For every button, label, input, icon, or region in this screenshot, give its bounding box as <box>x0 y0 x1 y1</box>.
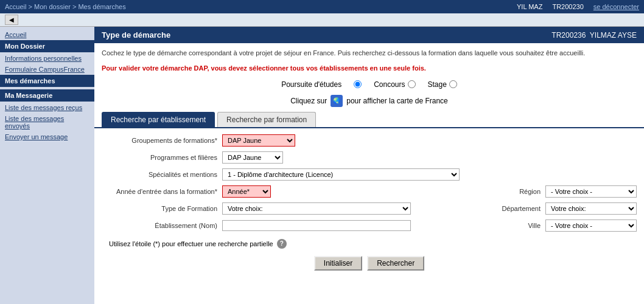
sidebar-item-messages-recus[interactable]: Liste des messages reçus <box>0 102 94 113</box>
help-icon[interactable]: ? <box>277 239 287 249</box>
tab-etablissement[interactable]: Recherche par établissement <box>102 112 215 127</box>
radio-concours-label: Concours <box>374 80 415 89</box>
tabs-bar: Recherche par établissement Recherche pa… <box>94 112 644 128</box>
user-name: YIL MAZ <box>517 3 542 10</box>
footer-buttons: Initialiser Rechercher <box>102 251 637 273</box>
logout-link[interactable]: se déconnecter <box>593 3 639 10</box>
search-button[interactable]: Rechercher <box>367 256 424 271</box>
form-row-specialites: Spécialités et mentions 1 - Diplôme d'ar… <box>102 168 637 181</box>
form-row-etablissement-ville: Établissement (Nom) Ville - Votre choix … <box>102 219 637 232</box>
sidebar: Accueil Mon Dossier Informations personn… <box>0 27 94 304</box>
groupements-label: Groupements de formations* <box>102 137 217 144</box>
form-row-programmes: Programmes et filières DAP Jaune <box>102 151 637 164</box>
radio-stage-label: Stage <box>428 80 457 89</box>
ref-number: TR200230 <box>552 3 583 10</box>
map-label-before: Cliquez sur <box>290 97 327 105</box>
programmes-select[interactable]: DAP Jaune <box>222 151 283 164</box>
partial-search-text: Utilisez l'étoile (*) pour effectuer une… <box>109 240 273 247</box>
radio-poursuite-label: Poursuite d'études <box>281 80 341 89</box>
info-text: Cochez le type de démarche correspondant… <box>94 43 644 63</box>
annee-select[interactable]: Année* <box>222 185 271 198</box>
radio-concours[interactable] <box>408 80 416 88</box>
form-row-annee-region: Année d'entrée dans la formation* Année*… <box>102 185 637 198</box>
radio-poursuite[interactable] <box>354 80 362 88</box>
sidebar-item-envoyer-message[interactable]: Envoyer un message <box>0 131 94 142</box>
map-row: Cliquez sur 🌏 pour afficher la carte de … <box>94 92 644 112</box>
ville-label: Ville <box>486 222 541 229</box>
etablissement-label: Établissement (Nom) <box>102 222 217 229</box>
page-header: Type de démarche TR200236 YILMAZ AYSE <box>94 27 644 43</box>
annee-label: Année d'entrée dans la formation* <box>102 188 217 195</box>
form-row-groupements: Groupements de formations* DAP Jaune <box>102 134 637 147</box>
radio-row: Poursuite d'études Concours Stage <box>94 77 644 92</box>
programmes-label: Programmes et filières <box>102 154 217 161</box>
map-icon[interactable]: 🌏 <box>331 95 343 107</box>
content-area: Type de démarche TR200236 YILMAZ AYSE Co… <box>94 27 644 304</box>
warning-text: Pour valider votre démarche DAP, vous de… <box>94 63 644 77</box>
radio-stage[interactable] <box>449 80 457 88</box>
form-area: Groupements de formations* DAP Jaune Pro… <box>94 128 644 279</box>
etablissement-input[interactable] <box>222 220 411 231</box>
region-select[interactable]: - Votre choix - <box>545 185 637 198</box>
sidebar-header-mes-demarches: Mes démarches <box>0 75 94 87</box>
sidebar-item-accueil[interactable]: Accueil <box>0 29 94 40</box>
type-select[interactable]: Votre choix: <box>222 202 411 215</box>
sidebar-header-mon-dossier: Mon Dossier <box>0 40 94 52</box>
sidebar-item-informations[interactable]: Informations personnelles <box>0 53 94 64</box>
page-title: Type de démarche <box>102 30 170 40</box>
sidebar-header-messagerie: Ma Messagerie <box>0 89 94 102</box>
ville-select[interactable]: - Votre choix - <box>545 219 637 232</box>
breadcrumb: Accueil > Mon dossier > Mes démarches <box>5 3 126 10</box>
departement-select[interactable]: Votre choix: <box>545 202 637 215</box>
nav-back-arrow[interactable]: ◀ <box>5 15 18 25</box>
tab-formation[interactable]: Recherche par formation <box>217 112 316 127</box>
specialites-label: Spécialités et mentions <box>102 171 217 178</box>
groupements-select[interactable]: DAP Jaune <box>222 134 295 147</box>
partial-search-row: Utilisez l'étoile (*) pour effectuer une… <box>102 237 637 251</box>
page-ref: TR200236 YILMAZ AYSE <box>551 31 637 40</box>
form-row-type-departement: Type de Formation Votre choix: Départeme… <box>102 202 637 215</box>
specialites-select[interactable]: 1 - Diplôme d'architecture (Licence) <box>222 168 460 181</box>
type-label: Type de Formation <box>102 205 217 212</box>
region-label: Région <box>486 188 541 195</box>
sidebar-item-messages-envoyes[interactable]: Liste des messages envoyés <box>0 113 94 131</box>
initialize-button[interactable]: Initialiser <box>314 256 362 271</box>
map-label-after: pour afficher la carte de France <box>346 97 448 105</box>
departement-label: Département <box>486 205 541 212</box>
top-bar: Accueil > Mon dossier > Mes démarches YI… <box>0 0 644 13</box>
sidebar-item-formulaire[interactable]: Formulaire CampusFrance <box>0 64 94 75</box>
